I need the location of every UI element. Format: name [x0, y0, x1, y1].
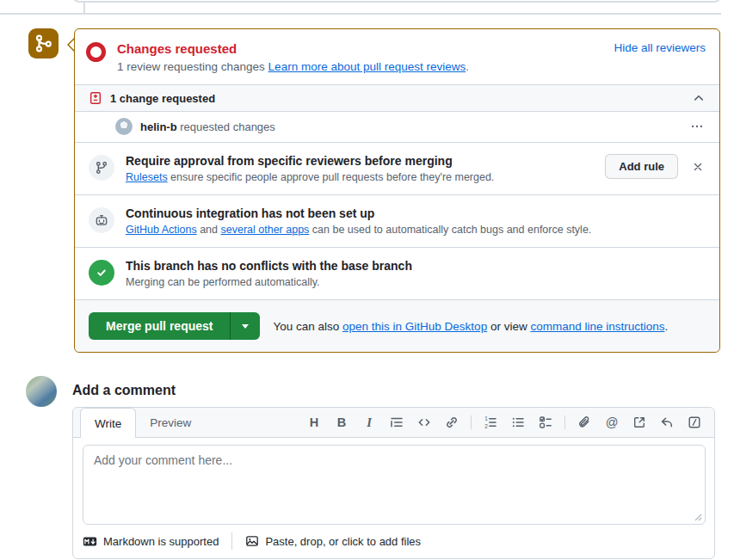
add-comment-heading: Add a comment	[72, 383, 176, 398]
comment-editor: Write Preview H B I	[72, 407, 715, 559]
timeline-divider	[0, 13, 721, 15]
link-icon[interactable]	[441, 411, 463, 434]
no-conflicts-section: This branch has no conflicts with the ba…	[75, 247, 719, 299]
learn-more-link[interactable]: Learn more about pull request reviews	[268, 60, 466, 73]
merge-status-box: Changes requested 1 review requesting ch…	[74, 28, 720, 353]
mention-icon[interactable]: @	[601, 411, 623, 434]
continuous-integration-section: Continuous integration has not been set …	[75, 194, 719, 247]
saved-replies-icon[interactable]	[656, 411, 678, 434]
tab-write[interactable]: Write	[80, 408, 136, 438]
change-requested-summary-row[interactable]: 1 change requested	[75, 84, 719, 112]
require-approval-section: Require approval from specific reviewers…	[75, 142, 719, 194]
slash-commands-icon[interactable]	[683, 411, 706, 434]
previous-timeline-box-edge	[72, 0, 721, 3]
require-approval-description: Rulesets ensure specific people approve …	[126, 171, 494, 183]
file-diff-icon	[89, 91, 102, 105]
require-approval-title: Require approval from specific reviewers…	[126, 154, 494, 168]
no-conflicts-title: This branch has no conflicts with the ba…	[126, 259, 412, 273]
merge-pull-request-button[interactable]: Merge pull request	[89, 312, 230, 340]
changes-requested-subtitle: 1 review requesting changes Learn more a…	[117, 60, 469, 73]
paste-files-hint[interactable]: Paste, drop, or click to add files	[245, 534, 421, 548]
changes-requested-header: Changes requested 1 review requesting ch…	[75, 29, 719, 84]
image-icon	[245, 534, 259, 548]
comment-placeholder: Add your comment here...	[94, 453, 232, 467]
rulesets-link[interactable]: Rulesets	[126, 171, 168, 183]
comment-editor-footer: Markdown is supported Paste, drop, or cl…	[73, 525, 714, 558]
bullet-list-icon[interactable]	[507, 411, 529, 434]
change-requested-summary-label: 1 change requested	[110, 92, 215, 105]
toolbar-separator	[471, 415, 472, 429]
markdown-icon	[83, 534, 97, 549]
heading-icon[interactable]: H	[303, 411, 325, 434]
caret-down-icon	[242, 324, 249, 329]
reviewer-row: helin-b requested changes	[75, 112, 719, 142]
check-icon	[89, 260, 114, 286]
no-conflicts-subtitle: Merging can be performed automatically.	[126, 276, 412, 288]
git-merge-badge	[28, 28, 59, 58]
merge-options-dropdown[interactable]	[230, 312, 260, 340]
comment-textarea[interactable]: Add your comment here...	[83, 445, 706, 525]
footer-separator	[231, 532, 232, 550]
add-rule-button[interactable]: Add rule	[605, 154, 678, 179]
git-merge-icon	[34, 34, 52, 52]
github-desktop-link[interactable]: open this in GitHub Desktop	[342, 320, 487, 333]
numbered-list-icon[interactable]: 1 2	[479, 411, 502, 434]
attach-icon[interactable]	[573, 411, 595, 434]
reviewer-action-text: requested changes	[180, 120, 275, 133]
merge-actions-footer: Merge pull request You can also open thi…	[75, 299, 719, 352]
chevron-up-icon[interactable]	[692, 91, 706, 105]
task-list-icon[interactable]	[534, 411, 557, 434]
quote-icon[interactable]	[386, 411, 408, 434]
svg-text:2: 2	[484, 423, 488, 429]
italic-icon[interactable]: I	[358, 411, 380, 434]
other-apps-link[interactable]: several other apps	[221, 224, 310, 236]
changes-requested-status-icon	[86, 42, 106, 62]
resize-grip-icon[interactable]	[693, 512, 702, 521]
hide-all-reviewers-link[interactable]: Hide all reviewers	[614, 41, 706, 54]
kebab-menu-icon[interactable]	[688, 118, 706, 135]
comment-editor-header: Write Preview H B I	[73, 408, 714, 438]
current-user-avatar	[26, 376, 57, 407]
tab-preview[interactable]: Preview	[136, 408, 205, 437]
reviewer-username: helin-b	[140, 120, 177, 133]
markdown-supported-hint[interactable]: Markdown is supported	[83, 534, 219, 549]
comment-editor-body: Add your comment here...	[73, 438, 714, 525]
reviewer-avatar[interactable]	[115, 118, 133, 135]
merge-alternatives-text: You can also open this in GitHub Desktop…	[273, 320, 668, 333]
ci-description: GitHub Actions and several other apps ca…	[126, 224, 591, 236]
bold-icon[interactable]: B	[330, 411, 353, 434]
changes-requested-title: Changes requested	[117, 41, 469, 56]
code-icon[interactable]	[413, 411, 435, 434]
ci-title: Continuous integration has not been set …	[126, 206, 591, 220]
cross-reference-icon[interactable]	[628, 411, 651, 434]
svg-text:1: 1	[484, 415, 488, 422]
toolbar-separator	[564, 415, 565, 429]
github-actions-link[interactable]: GitHub Actions	[126, 224, 197, 236]
git-branch-icon	[89, 155, 114, 181]
markdown-toolbar: H B I	[303, 408, 706, 437]
command-line-link[interactable]: command line instructions	[530, 320, 664, 333]
dependabot-icon	[89, 207, 114, 233]
dismiss-x-icon[interactable]	[690, 159, 706, 175]
